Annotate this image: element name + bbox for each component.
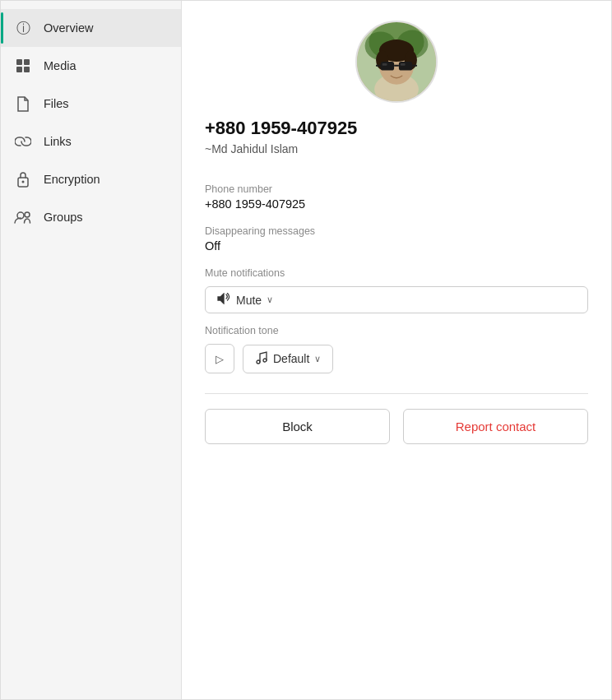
mute-button-label: Mute [236, 294, 262, 307]
action-buttons: Block Report contact [205, 409, 588, 444]
svg-point-26 [263, 359, 267, 362]
main-content: +880 1959-407925 ~Md Jahidul Islam Phone… [182, 1, 611, 699]
mute-icon [217, 293, 231, 307]
contact-phone: +880 1959-407925 [205, 118, 588, 139]
sidebar-item-links[interactable]: Links [1, 123, 181, 160]
svg-rect-24 [401, 63, 406, 66]
report-button[interactable]: Report contact [403, 409, 588, 444]
svg-point-25 [257, 360, 260, 364]
contact-name: ~Md Jahidul Islam [205, 142, 588, 155]
svg-point-5 [22, 181, 25, 183]
tone-value: Default [273, 352, 309, 365]
groups-icon [14, 208, 32, 226]
play-button[interactable]: ▷ [205, 344, 234, 373]
files-icon [14, 95, 32, 113]
sidebar-label-groups: Groups [44, 211, 83, 224]
sidebar-item-encryption[interactable]: Encryption [1, 160, 181, 198]
svg-rect-18 [381, 62, 394, 71]
svg-rect-23 [382, 63, 387, 66]
tone-label: Notification tone [205, 325, 588, 336]
tone-chevron-icon: ∨ [314, 354, 321, 364]
svg-point-7 [25, 212, 30, 217]
sidebar-label-encryption: Encryption [44, 173, 100, 186]
sidebar: ⓘ Overview Media Files [1, 1, 182, 699]
mute-notifications-label: Mute notifications [205, 267, 588, 279]
tone-row: ▷ Default ∨ [205, 344, 588, 373]
avatar [355, 21, 438, 103]
play-icon: ▷ [216, 353, 224, 365]
svg-rect-0 [16, 59, 22, 65]
media-icon [14, 57, 32, 75]
svg-rect-2 [16, 67, 22, 72]
tone-select-button[interactable]: Default ∨ [243, 345, 333, 373]
sidebar-item-overview[interactable]: ⓘ Overview [1, 9, 181, 47]
sidebar-label-media: Media [44, 59, 76, 72]
overview-icon: ⓘ [14, 19, 32, 37]
music-icon [255, 351, 268, 367]
sidebar-item-media[interactable]: Media [1, 47, 181, 85]
svg-rect-19 [399, 62, 412, 71]
sidebar-label-files: Files [44, 97, 69, 110]
block-button[interactable]: Block [205, 409, 390, 444]
phone-number-label: Phone number [205, 183, 588, 195]
divider [205, 393, 588, 394]
svg-rect-3 [24, 67, 30, 72]
svg-rect-1 [24, 59, 30, 65]
avatar-container [205, 21, 588, 103]
phone-number-value: +880 1959-407925 [205, 197, 588, 211]
links-icon [14, 132, 32, 151]
sidebar-label-overview: Overview [44, 21, 93, 35]
disappearing-value: Off [205, 239, 588, 253]
mute-button[interactable]: Mute ∨ [205, 286, 588, 313]
encryption-icon [14, 170, 32, 188]
app-window: ⓘ Overview Media Files [0, 0, 612, 700]
sidebar-item-groups[interactable]: Groups [1, 198, 181, 236]
disappearing-label: Disappearing messages [205, 225, 588, 237]
sidebar-label-links: Links [44, 135, 72, 148]
mute-chevron-icon: ∨ [267, 294, 273, 305]
sidebar-item-files[interactable]: Files [1, 85, 181, 123]
